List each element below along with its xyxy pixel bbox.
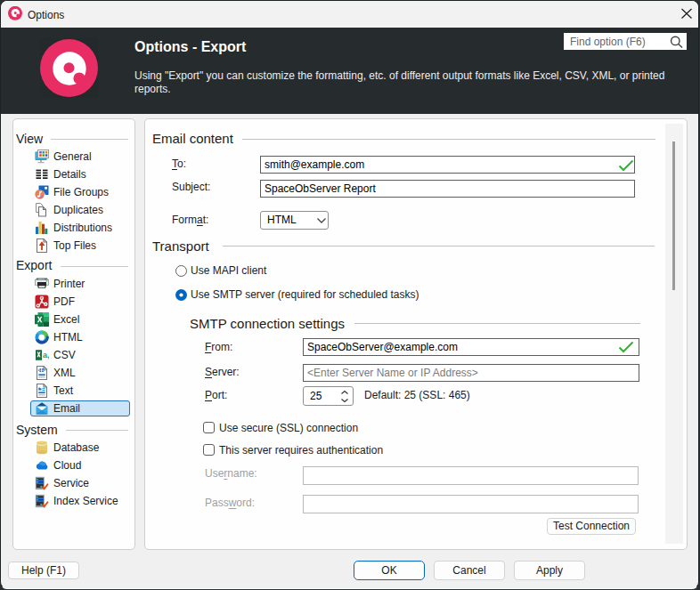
svg-text:a,: a, [43, 351, 49, 360]
